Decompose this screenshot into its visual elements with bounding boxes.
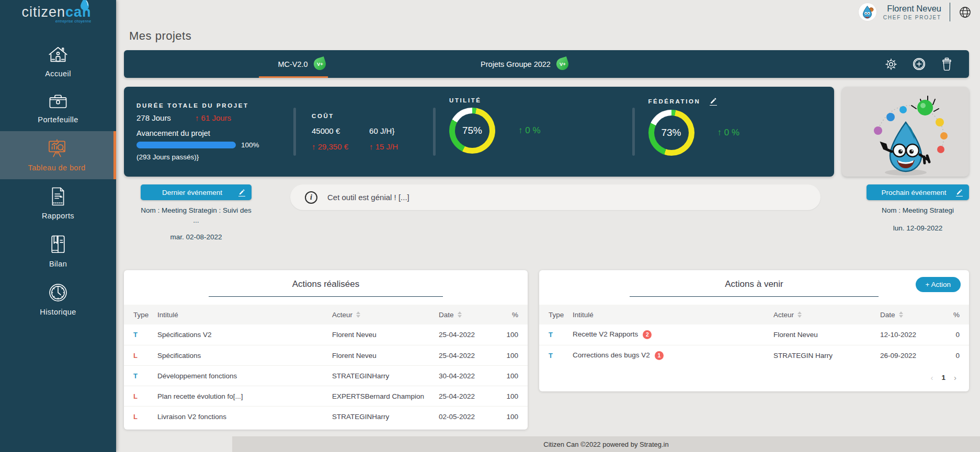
- sidebar-item-historique[interactable]: Historique: [0, 275, 116, 323]
- globe-icon[interactable]: [959, 6, 972, 19]
- next-event-button[interactable]: Prochain événement: [867, 184, 969, 200]
- pagination-page-1[interactable]: 1: [941, 374, 945, 381]
- add-action-button[interactable]: + Action: [916, 277, 961, 292]
- report-icon: [49, 186, 67, 207]
- col-acteur[interactable]: Acteur: [773, 311, 880, 319]
- sidebar-item-accueil[interactable]: Accueil: [0, 38, 116, 85]
- cell-pct: 100: [497, 392, 518, 400]
- user-menu[interactable]: Florent Neveu CHEF DE PROJET: [858, 3, 941, 21]
- next-event-date: lun. 12-09-2022: [893, 224, 943, 232]
- kpi-cost-label: COÛT: [312, 113, 433, 119]
- cell-pct: 0: [939, 352, 960, 360]
- last-event-button-label: Dernier événement: [146, 189, 238, 196]
- actions-todo-card: + Action Actions à venir Type Intitulé A…: [539, 270, 969, 391]
- last-event-button[interactable]: Dernier événement: [141, 184, 252, 200]
- main-area: Florent Neveu CHEF DE PROJET Mes projets…: [116, 0, 980, 452]
- utility-donut-chart: 75%: [449, 108, 495, 154]
- sidebar-item-tableau-de-bord[interactable]: Tableau de bord: [0, 131, 116, 179]
- cell-type: L: [133, 413, 157, 421]
- col-date[interactable]: Date: [439, 311, 497, 319]
- table-row[interactable]: LLivraison V2 fonctionsSTRATEGINHarry02-…: [124, 406, 528, 426]
- cell-date: 26-09-2022: [880, 352, 939, 360]
- sort-icon[interactable]: [899, 311, 903, 318]
- dashboard-icon: [45, 138, 69, 159]
- table-row[interactable]: TRecette V2 Rapports2Florent Neveu12-10-…: [539, 324, 969, 345]
- house-icon: [47, 45, 69, 65]
- col-type[interactable]: Type: [133, 311, 157, 319]
- title-underline: [209, 296, 443, 297]
- table-row[interactable]: LPlan recette évolution fo[...]EXPERTSBe…: [124, 386, 528, 406]
- user-role: CHEF DE PROJET: [883, 15, 941, 20]
- col-acteur[interactable]: Acteur: [332, 311, 439, 319]
- cards-row: Actions réalisées Type Intitulé Acteur D…: [124, 270, 969, 430]
- cell-act: EXPERTSBernard Champion: [332, 392, 439, 400]
- utility-delta: ↑ 0 %: [518, 125, 541, 136]
- edit-pencil-icon[interactable]: [710, 97, 717, 106]
- edit-pencil-icon[interactable]: [956, 189, 963, 196]
- title-underline: [630, 296, 879, 297]
- federation-percent: 73%: [661, 127, 681, 138]
- tab-mc-v2[interactable]: MC-V2.0 V+: [213, 50, 391, 78]
- sort-icon[interactable]: [356, 311, 360, 318]
- col-type[interactable]: Type: [549, 311, 573, 319]
- brand-logo[interactable]: citizencan entreprise citoyenne: [21, 5, 94, 24]
- kpi-duration: DURÉE TOTALE DU PROJET 278 Jours ↑ 61 Jo…: [136, 102, 293, 161]
- cell-act: Florent Neveu: [773, 331, 880, 339]
- table-row[interactable]: TSpécifications V2Florent Neveu25-04-202…: [124, 324, 528, 345]
- user-name: Florent Neveu: [883, 4, 941, 14]
- kpi-duration-value: 278 Jours: [136, 113, 171, 122]
- table-header: Type Intitulé Acteur Date %: [539, 305, 969, 324]
- water-drop-icon: [79, 0, 90, 10]
- actions-todo-rows: TRecette V2 Rapports2Florent Neveu12-10-…: [539, 324, 969, 365]
- cell-type: T: [133, 331, 157, 339]
- col-date[interactable]: Date: [880, 311, 939, 319]
- cell-int: Recette V2 Rapports2: [573, 330, 773, 339]
- days-passed-note: (293 Jours passés)}: [136, 153, 293, 161]
- sidebar-item-bilan[interactable]: Bilan: [0, 227, 116, 275]
- kpi-duration-label: DURÉE TOTALE DU PROJET: [136, 102, 293, 109]
- cell-type: L: [133, 352, 157, 360]
- sidebar-item-portefeuille[interactable]: Portefeuille: [0, 85, 116, 131]
- table-row[interactable]: TCorrections des bugs V21STRATEGIN Harry…: [539, 345, 969, 365]
- cell-int: Développement fonctions: [157, 372, 332, 380]
- kpi-row: DURÉE TOTALE DU PROJET 278 Jours ↑ 61 Jo…: [124, 87, 969, 177]
- sort-icon[interactable]: [458, 311, 462, 318]
- leaf-badge-icon: V+: [555, 56, 570, 72]
- settings-gear-icon[interactable]: [884, 57, 898, 71]
- col-intitule[interactable]: Intitulé: [573, 311, 773, 319]
- avatar: [858, 3, 877, 21]
- pagination: ‹ 1 ›: [539, 365, 969, 389]
- cell-type: L: [133, 392, 157, 400]
- clock-icon: [48, 282, 69, 303]
- sidebar-item-label: Rapports: [42, 212, 74, 220]
- events-row: Dernier événement Nom : Meeting Strategi…: [124, 184, 969, 241]
- sidebar-item-rapports[interactable]: Rapports: [0, 179, 116, 227]
- cell-date: 25-04-2022: [439, 352, 497, 360]
- kpi-workload-value: 60 J/H}: [369, 126, 398, 135]
- pagination-prev-icon[interactable]: ‹: [930, 373, 933, 382]
- cell-pct: 100: [497, 372, 518, 380]
- tab-projets-groupe-2022[interactable]: Projets Groupe 2022 V+: [404, 50, 645, 78]
- kpi-federation-label: FÉDÉRATION: [648, 98, 701, 105]
- col-percent[interactable]: %: [939, 311, 960, 319]
- table-row[interactable]: LSpécificationsFlorent Neveu25-04-202210…: [124, 345, 528, 365]
- last-event-block: Dernier événement Nom : Meeting Strategi…: [124, 184, 268, 241]
- sidebar-item-label: Portefeuille: [38, 115, 78, 124]
- add-project-icon[interactable]: [912, 57, 926, 71]
- kpi-utility: UTILITÉ 75% ↑ 0 %: [436, 87, 632, 177]
- delete-project-icon[interactable]: [940, 57, 953, 71]
- pagination-next-icon[interactable]: ›: [954, 373, 956, 382]
- kpi-utility-label: UTILITÉ: [449, 97, 632, 103]
- info-banner-text: Cet outil est génial ! [...]: [327, 193, 409, 202]
- edit-pencil-icon[interactable]: [238, 189, 245, 196]
- cell-pct: 100: [497, 331, 518, 339]
- cell-act: Florent Neveu: [332, 331, 439, 339]
- sort-icon[interactable]: [797, 311, 802, 318]
- project-tabbar: MC-V2.0 V+ Projets Groupe 2022 V+: [124, 50, 969, 78]
- table-row[interactable]: TDéveloppement fonctionsSTRATEGINHarry30…: [124, 365, 528, 386]
- kpi-cost-value: 45000 €: [312, 126, 348, 135]
- notification-badge: 1: [655, 351, 664, 360]
- col-intitule[interactable]: Intitulé: [157, 311, 332, 319]
- cell-type: T: [549, 331, 573, 339]
- col-percent[interactable]: %: [497, 311, 518, 319]
